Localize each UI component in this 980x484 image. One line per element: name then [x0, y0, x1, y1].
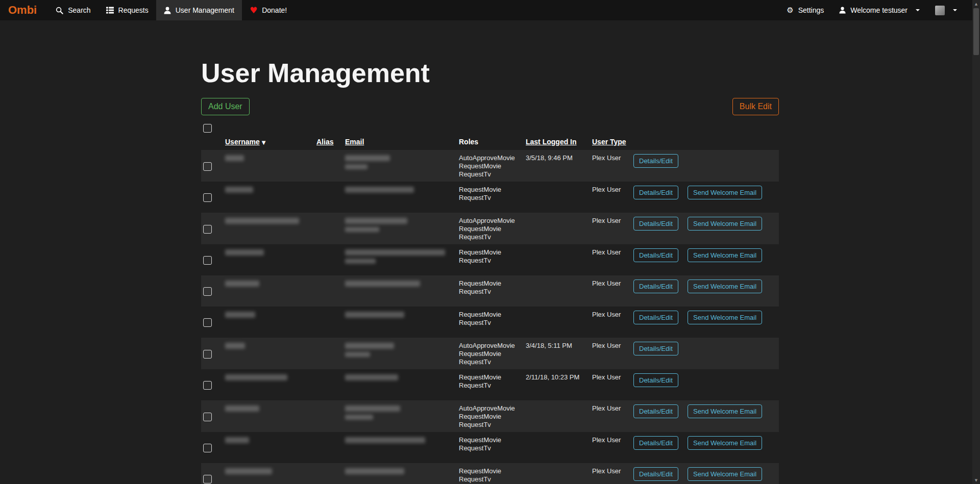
details-cell: Details/Edit: [633, 186, 688, 199]
add-user-button[interactable]: Add User: [201, 98, 250, 115]
vertical-scrollbar[interactable]: ▲ ▼: [972, 0, 980, 484]
roles-cell: RequestMovieRequestTv: [459, 311, 526, 327]
details-cell: Details/Edit: [633, 342, 688, 355]
welcome-cell: Send Welcome Email: [688, 279, 779, 293]
details-edit-button[interactable]: Details/Edit: [633, 436, 678, 450]
details-edit-button[interactable]: Details/Edit: [633, 373, 678, 387]
settings-menu[interactable]: ⚙ Settings: [779, 0, 831, 20]
details-edit-button[interactable]: Details/Edit: [633, 342, 678, 355]
select-all-row: [201, 123, 779, 133]
last-logged-in-cell: 2/11/18, 10:23 PM: [526, 373, 592, 381]
email-cell-redacted: [345, 342, 459, 357]
user-type-cell: Plex User: [592, 248, 633, 257]
navbar: Ombi Search Requests User Management ♥ D…: [0, 0, 980, 20]
welcome-cell: Send Welcome Email: [688, 467, 779, 481]
send-welcome-email-button[interactable]: Send Welcome Email: [688, 217, 762, 231]
user-table-body: AutoApproveMovieRequestMovieRequestTv 3/…: [201, 150, 779, 484]
user-table-row: RequestMovieRequestTv Plex User Details/…: [201, 275, 779, 307]
send-welcome-email-button[interactable]: Send Welcome Email: [688, 404, 762, 418]
row-select-checkbox[interactable]: [203, 287, 212, 296]
row-select-checkbox[interactable]: [203, 381, 212, 390]
navbar-right: ⚙ Settings Welcome testuser: [779, 0, 980, 20]
header-username[interactable]: Username▼: [225, 138, 316, 146]
row-select-checkbox[interactable]: [203, 162, 212, 171]
header-user-type[interactable]: User Type: [592, 138, 633, 146]
nav-item-requests[interactable]: Requests: [99, 0, 156, 20]
user-type-cell: Plex User: [592, 404, 633, 413]
scroll-up-button[interactable]: ▲: [972, 0, 980, 8]
send-welcome-email-button[interactable]: Send Welcome Email: [688, 436, 762, 450]
user-menu[interactable]: Welcome testuser: [831, 0, 927, 20]
email-cell-redacted: [345, 311, 459, 318]
email-cell-redacted: [345, 404, 459, 420]
user-type-cell: Plex User: [592, 342, 633, 350]
row-select-checkbox[interactable]: [203, 318, 212, 327]
welcome-cell: Send Welcome Email: [688, 248, 779, 262]
row-select-checkbox[interactable]: [203, 475, 212, 483]
row-checkbox-cell: [201, 444, 225, 452]
details-edit-button[interactable]: Details/Edit: [633, 311, 678, 324]
roles-cell: RequestMovieRequestTv: [459, 279, 526, 296]
send-welcome-email-button[interactable]: Send Welcome Email: [688, 186, 762, 199]
row-select-checkbox[interactable]: [203, 413, 212, 421]
email-cell-redacted: [345, 186, 459, 193]
gear-icon: ⚙: [787, 7, 793, 14]
row-checkbox-cell: [201, 256, 225, 265]
search-icon: [56, 7, 63, 14]
email-cell-redacted: [345, 467, 459, 474]
username-cell-redacted: [225, 186, 316, 193]
user-type-cell: Plex User: [592, 311, 633, 319]
email-cell-redacted: [345, 217, 459, 232]
row-checkbox-cell: [201, 162, 225, 171]
details-edit-button[interactable]: Details/Edit: [633, 279, 678, 293]
username-cell-redacted: [225, 404, 316, 412]
roles-cell: AutoApproveMovieRequestMovieRequestTv: [459, 154, 526, 179]
select-all-checkbox[interactable]: [203, 124, 212, 133]
nav-item-search[interactable]: Search: [48, 0, 98, 20]
scroll-down-button[interactable]: ▼: [972, 476, 980, 484]
row-select-checkbox[interactable]: [203, 444, 212, 452]
welcome-cell: Send Welcome Email: [688, 404, 779, 418]
row-select-checkbox[interactable]: [203, 350, 212, 359]
username-cell-redacted: [225, 311, 316, 318]
send-welcome-email-button[interactable]: Send Welcome Email: [688, 248, 762, 262]
nav-item-label: User Management: [176, 6, 234, 14]
send-welcome-email-button[interactable]: Send Welcome Email: [688, 279, 762, 293]
brand-logo[interactable]: Ombi: [8, 0, 37, 20]
details-edit-button[interactable]: Details/Edit: [633, 217, 678, 231]
row-checkbox-cell: [201, 413, 225, 421]
page-actions: Add User Bulk Edit: [201, 98, 779, 115]
email-cell-redacted: [345, 248, 459, 264]
details-edit-button[interactable]: Details/Edit: [633, 154, 678, 168]
row-checkbox-cell: [201, 350, 225, 359]
row-select-checkbox[interactable]: [203, 256, 212, 265]
email-cell-redacted: [345, 373, 459, 380]
user-menu-label: Welcome testuser: [850, 6, 908, 14]
header-alias[interactable]: Alias: [316, 138, 345, 146]
scrollbar-thumb[interactable]: [973, 8, 979, 55]
send-welcome-email-button[interactable]: Send Welcome Email: [688, 311, 762, 324]
user-table-row: RequestMovieRequestTv 2/11/18, 10:23 PM …: [201, 369, 779, 400]
email-cell-redacted: [345, 279, 459, 287]
details-cell: Details/Edit: [633, 217, 688, 231]
user-type-cell: Plex User: [592, 436, 633, 444]
nav-item-user-management[interactable]: User Management: [156, 0, 242, 20]
user-type-cell: Plex User: [592, 467, 633, 475]
row-checkbox-cell: [201, 475, 225, 483]
page-title: User Management: [201, 59, 779, 88]
bulk-edit-button[interactable]: Bulk Edit: [732, 98, 779, 115]
avatar-menu[interactable]: [927, 0, 965, 20]
header-email[interactable]: Email: [345, 138, 459, 146]
details-edit-button[interactable]: Details/Edit: [633, 248, 678, 262]
nav-item-donate[interactable]: ♥ Donate!: [242, 0, 295, 20]
row-select-checkbox[interactable]: [203, 225, 212, 234]
user-management-page: User Management Add User Bulk Edit Usern…: [201, 20, 779, 484]
details-edit-button[interactable]: Details/Edit: [633, 186, 678, 199]
user-type-cell: Plex User: [592, 217, 633, 225]
row-select-checkbox[interactable]: [203, 193, 212, 202]
details-cell: Details/Edit: [633, 154, 688, 168]
header-last-logged-in[interactable]: Last Logged In: [526, 138, 592, 146]
details-edit-button[interactable]: Details/Edit: [633, 404, 678, 418]
send-welcome-email-button[interactable]: Send Welcome Email: [688, 467, 762, 481]
details-edit-button[interactable]: Details/Edit: [633, 467, 678, 481]
